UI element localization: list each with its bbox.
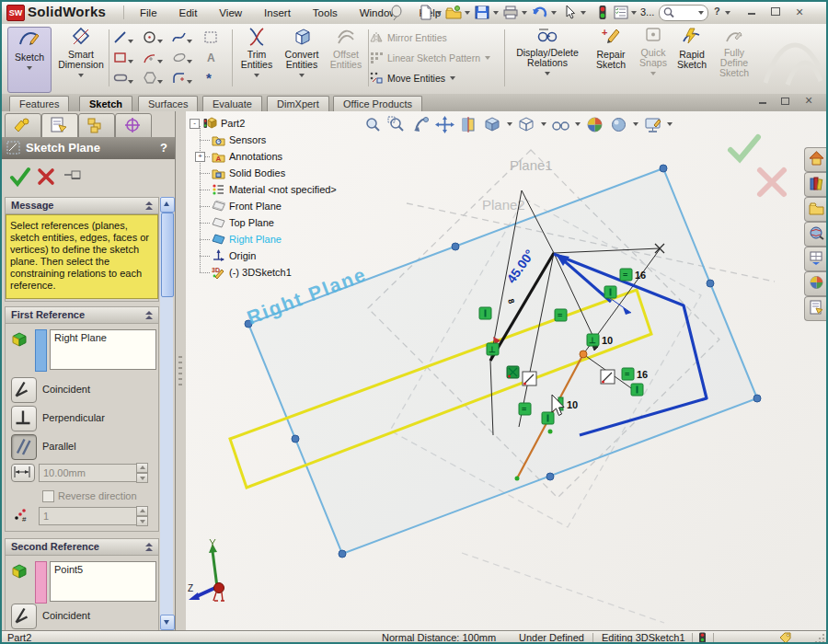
undo-icon[interactable] — [532, 5, 548, 20]
display-delete-relations-button[interactable]: Display/Delete Relations — [509, 27, 586, 91]
count-field[interactable]: 1 — [39, 507, 140, 525]
hide-show-items-icon[interactable] — [551, 116, 570, 133]
tree-item-annotations[interactable]: + A Annotations — [212, 148, 337, 165]
tool-spline[interactable] — [172, 30, 192, 49]
tool-polygon[interactable] — [143, 71, 163, 89]
maximize-button[interactable] — [767, 6, 784, 19]
close-button[interactable]: × — [791, 6, 808, 19]
pm-scrollbar[interactable] — [160, 197, 173, 630]
plane1-label[interactable]: Plane1 — [510, 157, 553, 173]
collapse-toggle[interactable]: - — [190, 119, 200, 129]
open-dropdown[interactable] — [465, 11, 470, 15]
smart-dimension-button[interactable]: Smart Dimension — [55, 27, 107, 91]
menu-file[interactable]: File — [129, 7, 168, 18]
splitter-grip[interactable] — [178, 356, 182, 387]
display-style-icon[interactable] — [517, 116, 536, 133]
tree-item-label[interactable]: Solid Bodies — [229, 165, 285, 181]
tool-text[interactable]: A — [203, 51, 224, 69]
zoom-to-area-icon[interactable] — [387, 116, 407, 133]
distance-field[interactable]: 10.00mm — [39, 464, 140, 482]
status-rebuild-icon[interactable] — [698, 632, 707, 643]
edit-appearance-dropdown[interactable] — [667, 122, 673, 126]
convert-entities-button[interactable]: Convert Entities — [279, 27, 325, 91]
tree-item-label[interactable]: (-) 3DSketch1 — [229, 264, 292, 281]
tool-rectangle[interactable] — [113, 51, 133, 69]
tree-item-top-plane[interactable]: Top Plane — [212, 214, 337, 231]
save-icon[interactable] — [474, 5, 490, 20]
scroll-down-button[interactable] — [160, 615, 175, 630]
trim-entities-button[interactable]: Trim Entities — [236, 27, 277, 91]
doc-close-button[interactable]: × — [800, 94, 817, 108]
search-dropdown[interactable] — [698, 11, 704, 15]
view-orientation-icon[interactable] — [483, 116, 502, 133]
taskpane-custom-properties-tab[interactable] — [804, 296, 828, 321]
confirm-cancel-icon[interactable] — [760, 170, 784, 194]
menu-view[interactable]: View — [208, 7, 253, 18]
move-entities-dropdown[interactable] — [450, 76, 455, 80]
sketch-button[interactable]: Sketch — [7, 27, 52, 93]
print-dropdown[interactable] — [522, 11, 527, 15]
taskpane-appearances-tab[interactable] — [804, 271, 828, 296]
tree-item-solid-bodies[interactable]: Solid Bodies — [212, 165, 337, 181]
tool-point[interactable]: * — [203, 71, 224, 89]
menu-tools[interactable]: Tools — [302, 7, 349, 18]
reverse-direction-checkbox[interactable] — [42, 490, 54, 502]
taskpane-search-tab[interactable] — [804, 222, 828, 247]
doc-restore-button[interactable] — [776, 95, 793, 109]
zoom-to-fit-icon[interactable] — [363, 116, 383, 133]
view-orientation-dropdown[interactable] — [507, 122, 512, 126]
graphics-viewport[interactable]: Plane1 Plane2 Right Plane — [186, 111, 828, 630]
help-dropdown[interactable] — [725, 11, 730, 15]
taskpane-view-palette-tab[interactable] — [804, 247, 828, 271]
perpendicular-button[interactable] — [11, 406, 37, 431]
propertymanager-tab[interactable] — [41, 113, 78, 138]
display-delete-dropdown[interactable] — [545, 72, 550, 75]
coincident-button[interactable] — [11, 377, 37, 403]
first-reference-header[interactable]: First Reference — [6, 307, 158, 324]
tree-root-row[interactable]: - Part2 — [190, 115, 337, 132]
expand-toggle[interactable]: + — [195, 152, 205, 162]
first-reference-selection-box[interactable]: Right Plane — [50, 329, 156, 370]
distance-spinner[interactable] — [136, 463, 148, 481]
confirm-ok-icon[interactable] — [730, 137, 758, 159]
help-button[interactable]: ? — [714, 6, 720, 17]
tree-item-material[interactable]: Material <not specified> — [212, 181, 337, 198]
menu-edit[interactable]: Edit — [168, 7, 209, 18]
second-reference-header[interactable]: Second Reference — [6, 539, 158, 556]
tree-item-label[interactable]: Front Plane — [229, 198, 282, 214]
tab-evaluate[interactable]: Evaluate — [202, 96, 262, 111]
tool-selection-box[interactable] — [203, 30, 224, 49]
tree-item-label[interactable]: Right Plane — [229, 231, 282, 247]
tab-surfaces[interactable]: Surfaces — [138, 96, 198, 111]
tree-item-label[interactable]: Annotations — [229, 148, 282, 165]
configurationmanager-tab[interactable] — [78, 113, 115, 138]
tree-item-right-plane[interactable]: Right Plane — [212, 231, 337, 247]
minimize-button[interactable] — [743, 6, 760, 19]
select-cursor-icon[interactable] — [561, 5, 578, 20]
tab-office-products[interactable]: Office Products — [333, 96, 422, 111]
view-settings-dropdown[interactable] — [633, 122, 638, 126]
pan-icon[interactable] — [435, 116, 454, 133]
distance-button[interactable] — [11, 464, 35, 482]
rapid-sketch-button[interactable]: Rapid Sketch — [673, 27, 711, 91]
tree-item-origin[interactable]: Origin — [212, 247, 337, 264]
taskpane-file-explorer-tab[interactable] — [804, 197, 828, 222]
tool-line[interactable] — [113, 30, 133, 49]
taskpane-design-library-tab[interactable] — [804, 172, 828, 197]
parallel-button[interactable] — [11, 434, 37, 460]
move-entities-button[interactable]: Move Entities — [370, 72, 455, 84]
collapse-chevron-icon[interactable] — [145, 543, 153, 552]
tab-sketch[interactable]: Sketch — [79, 96, 132, 111]
search-box[interactable] — [659, 5, 708, 21]
convert-dropdown[interactable] — [299, 74, 305, 77]
status-tag-icon[interactable] — [779, 632, 792, 643]
sketch-dropdown[interactable] — [27, 66, 32, 70]
tree-item-label[interactable]: Sensors — [229, 132, 266, 148]
cancel-x-button[interactable] — [37, 167, 55, 186]
count-spinner[interactable] — [136, 506, 148, 524]
pin-menu-icon[interactable] — [388, 5, 405, 20]
scroll-thumb[interactable] — [161, 213, 174, 297]
apply-scene-icon[interactable] — [585, 116, 604, 133]
view-settings-icon[interactable] — [609, 116, 628, 133]
tool-arc[interactable] — [143, 51, 163, 69]
